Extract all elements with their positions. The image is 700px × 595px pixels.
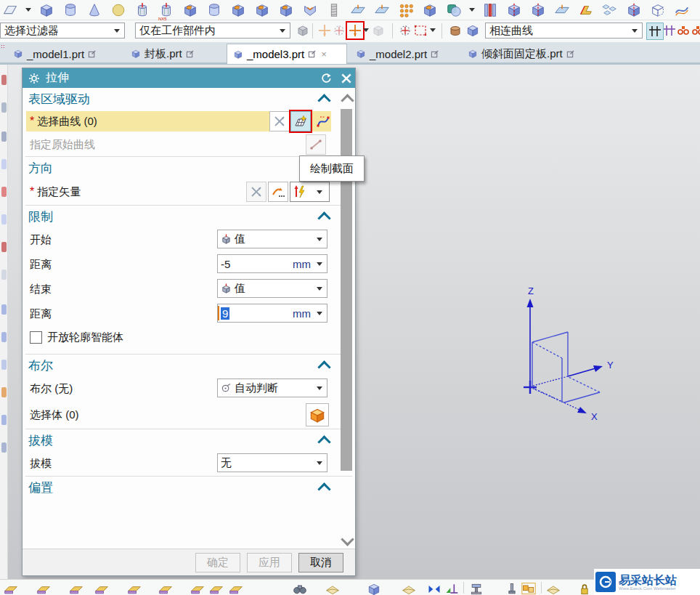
rib-icon[interactable] xyxy=(481,1,499,19)
clipped-icon[interactable] xyxy=(1,159,7,169)
sheet-arrow-icon[interactable] xyxy=(349,1,367,19)
mirror-body-icon[interactable] xyxy=(421,1,439,19)
deselect-button[interactable] xyxy=(269,111,290,131)
snap-point-highlight-icon[interactable] xyxy=(347,23,363,39)
section-region-header[interactable]: 表区域驱动 xyxy=(23,88,355,110)
section-limits-header[interactable]: 限制 xyxy=(23,206,355,227)
unit-caret[interactable] xyxy=(317,312,322,315)
tab-model3-active[interactable]: _model3.prt × xyxy=(227,44,347,64)
end-mode-caret[interactable] xyxy=(317,287,322,291)
draft-mode-caret[interactable] xyxy=(317,461,322,465)
dialog-close-icon[interactable] xyxy=(335,70,352,86)
snap-pair-icon[interactable] xyxy=(370,23,386,39)
assembly-constraints-icon[interactable] xyxy=(295,23,311,39)
flange-icon[interactable] xyxy=(4,582,18,595)
select-body-button[interactable] xyxy=(306,403,329,426)
start-distance-input[interactable]: -5 mm xyxy=(217,254,327,273)
lattice-icon[interactable] xyxy=(601,1,619,19)
render-style-icon[interactable] xyxy=(325,582,340,595)
boolean-dropdown-caret[interactable] xyxy=(469,8,475,12)
clipped-icon[interactable] xyxy=(1,187,7,197)
scroll-up-icon[interactable] xyxy=(341,94,354,107)
shaded-tool-icon[interactable] xyxy=(447,23,463,39)
vector-type-caret-button[interactable] xyxy=(309,182,330,202)
boolean-mode-caret[interactable] xyxy=(317,386,322,390)
tab-fengban[interactable]: 封板.prt xyxy=(125,44,224,64)
select-curve-row[interactable]: * 选择曲线 (0) xyxy=(23,110,355,133)
unite-boolean-icon[interactable] xyxy=(445,1,463,19)
rectangle-select-icon[interactable] xyxy=(412,23,428,39)
cube-pocket-icon[interactable] xyxy=(277,1,295,19)
ok-button[interactable]: 确定 xyxy=(195,553,240,572)
collapse-chevron-icon[interactable] xyxy=(317,360,330,373)
selection-scope-combo[interactable]: 仅在工作部件内 xyxy=(135,23,290,39)
vector-dialog-button[interactable] xyxy=(290,182,310,202)
tab-close-icon[interactable]: × xyxy=(321,49,327,60)
cone-icon[interactable] xyxy=(86,1,103,19)
dialog-reset-icon[interactable] xyxy=(314,70,332,86)
clipped-icon[interactable] xyxy=(1,242,7,252)
start-mode-combo[interactable]: 值 xyxy=(217,230,327,248)
collapse-chevron-icon[interactable] xyxy=(317,211,330,224)
cube-tool-icon[interactable] xyxy=(465,23,481,39)
datum-plane-icon[interactable] xyxy=(1,1,19,19)
clipped-icon[interactable] xyxy=(1,387,7,397)
open-profile-checkbox[interactable] xyxy=(30,331,42,344)
section-draft-header[interactable]: 拔模 xyxy=(23,429,355,451)
end-mode-combo[interactable]: 值 xyxy=(217,279,327,298)
flat-sheet-icon[interactable] xyxy=(546,582,561,595)
collapse-chevron-icon[interactable] xyxy=(317,94,330,107)
trimmed-sheet-icon[interactable] xyxy=(625,1,643,19)
collapse-chevron-icon[interactable] xyxy=(317,482,330,495)
envelope-unfold-icon[interactable] xyxy=(402,582,416,595)
emboss-icon[interactable] xyxy=(301,1,319,19)
cancel-button[interactable]: 取消 xyxy=(298,553,343,572)
cutout-icon[interactable] xyxy=(190,582,205,595)
bowtie-mirror-icon[interactable] xyxy=(427,582,441,595)
curve-rule-combo[interactable]: 相连曲线 xyxy=(485,23,643,39)
block-icon[interactable] xyxy=(38,1,55,19)
clipped-icon[interactable] xyxy=(1,214,7,224)
snap-point-caret[interactable] xyxy=(363,28,369,32)
end-distance-input[interactable]: 9 mm xyxy=(217,304,327,323)
sheet-stack-icon[interactable] xyxy=(373,1,391,19)
snap-rotate-gray-icon[interactable] xyxy=(331,23,347,39)
clipped-icon[interactable] xyxy=(1,75,7,85)
thread-icon[interactable] xyxy=(325,1,343,19)
vector-deselect-button[interactable] xyxy=(246,182,266,202)
rectangle-select-caret[interactable] xyxy=(430,28,436,32)
clipped-icon[interactable] xyxy=(1,270,7,280)
pin-icon[interactable] xyxy=(505,582,519,595)
collapse-chevron-icon[interactable] xyxy=(317,435,330,448)
selection-filter-combo[interactable]: 选择过滤器 xyxy=(0,23,125,39)
clipped-icon[interactable] xyxy=(1,304,7,315)
section-offset-header[interactable]: 偏置 xyxy=(23,477,355,498)
sphere-icon[interactable] xyxy=(110,1,127,19)
cube-slot-icon[interactable] xyxy=(253,1,271,19)
boolean-mode-combo[interactable]: 自动判断 xyxy=(217,379,327,397)
scroll-down-icon[interactable] xyxy=(341,533,354,546)
normal-cutout-icon[interactable] xyxy=(209,582,224,595)
section-boolean-header[interactable]: 布尔 xyxy=(23,355,355,376)
cube-hole-icon[interactable] xyxy=(229,1,247,19)
curve-rule-caret[interactable] xyxy=(632,29,638,33)
start-mode-caret[interactable] xyxy=(317,238,322,241)
selection-filter-caret[interactable] xyxy=(114,29,120,33)
clamp-icon[interactable] xyxy=(469,582,484,595)
snap-point-gray-icon[interactable] xyxy=(317,23,333,39)
dimple-icon[interactable] xyxy=(127,582,142,595)
lock-icon[interactable] xyxy=(577,582,592,595)
clipped-icon[interactable] xyxy=(1,360,7,370)
tab-qingxiemian[interactable]: 倾斜面固定板.prt xyxy=(462,44,604,64)
perpendicular-snap-icon[interactable] xyxy=(444,582,459,595)
clipped-icon[interactable] xyxy=(1,332,7,342)
bounded-plane-icon[interactable] xyxy=(649,1,667,19)
clipped-icon[interactable] xyxy=(1,102,7,113)
draft-mode-combo[interactable]: 无 xyxy=(217,453,327,472)
bend-sheet-icon[interactable] xyxy=(94,582,109,595)
selection-scope-caret[interactable] xyxy=(280,29,285,33)
pattern-squares-icon[interactable] xyxy=(521,582,536,595)
original-curve-button[interactable] xyxy=(306,134,326,155)
dialog-titlebar[interactable]: 拉伸 xyxy=(23,68,355,88)
unit-caret[interactable] xyxy=(317,262,322,266)
